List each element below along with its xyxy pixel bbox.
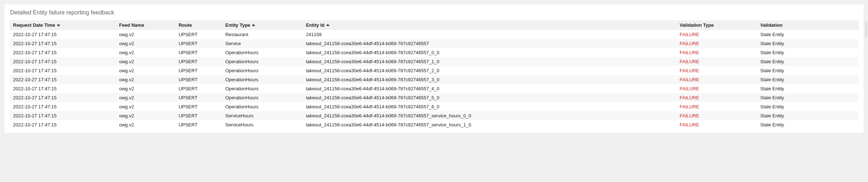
cell-route: UPSERT — [175, 30, 222, 39]
col-label: Route — [179, 22, 192, 28]
col-label: Request Date Time — [13, 22, 55, 28]
cell-feed-name: owg.v2 — [116, 84, 175, 93]
report-card: Detailed Entity failure reporting feedba… — [4, 4, 864, 133]
col-entity-type[interactable]: Entity Type — [222, 20, 302, 30]
table-row: 2022-10-27 17:47:15owg.v2UPSERTOperation… — [9, 84, 859, 93]
cell-entity-id: takeout_241158-ccea30e6-44df-4514-b069-7… — [302, 120, 676, 129]
cell-entity-type: OperationHours — [222, 84, 302, 93]
col-entity-id[interactable]: Entity Id — [302, 20, 676, 30]
cell-feed-name: owg.v2 — [116, 120, 175, 129]
col-validation[interactable]: Validation — [757, 20, 859, 30]
cell-route: UPSERT — [175, 48, 222, 57]
col-label: Validation Type — [680, 22, 713, 28]
cell-validation: Stale Entity — [757, 93, 859, 102]
table-row: 2022-10-27 17:47:15owg.v2UPSERTOperation… — [9, 75, 859, 84]
cell-validation-type: FAILURE — [676, 39, 756, 48]
cell-validation-type: FAILURE — [676, 93, 756, 102]
cell-validation-type: FAILURE — [676, 111, 756, 120]
cell-request-date-time: 2022-10-27 17:47:15 — [9, 30, 116, 39]
cell-entity-type: OperationHours — [222, 75, 302, 84]
cell-entity-type: OperationHours — [222, 48, 302, 57]
failure-table: Request Date Time Feed Name Route Entity… — [9, 20, 859, 129]
cell-route: UPSERT — [175, 66, 222, 75]
cell-entity-type: Service — [222, 39, 302, 48]
cell-feed-name: owg.v2 — [116, 111, 175, 120]
cell-validation: Stale Entity — [757, 75, 859, 84]
cell-entity-id: takeout_241158-ccea30e6-44df-4514-b069-7… — [302, 75, 676, 84]
cell-validation: Stale Entity — [757, 84, 859, 93]
cell-request-date-time: 2022-10-27 17:47:15 — [9, 39, 116, 48]
cell-entity-id: takeout_241158-ccea30e6-44df-4514-b069-7… — [302, 111, 676, 120]
cell-feed-name: owg.v2 — [116, 48, 175, 57]
cell-validation-type: FAILURE — [676, 120, 756, 129]
cell-validation-type: FAILURE — [676, 75, 756, 84]
cell-request-date-time: 2022-10-27 17:47:15 — [9, 75, 116, 84]
scrollbar-thumb[interactable] — [865, 22, 867, 38]
col-label: Feed Name — [119, 22, 144, 28]
table-row: 2022-10-27 17:47:15owg.v2UPSERTServiceHo… — [9, 120, 859, 129]
cell-route: UPSERT — [175, 111, 222, 120]
cell-entity-id: takeout_241158-ccea30e6-44df-4514-b069-7… — [302, 84, 676, 93]
col-request-date-time[interactable]: Request Date Time — [9, 20, 116, 30]
cell-validation: Stale Entity — [757, 120, 859, 129]
table-body: 2022-10-27 17:47:15owg.v2UPSERTRestauran… — [9, 30, 859, 129]
cell-validation: Stale Entity — [757, 111, 859, 120]
col-feed-name[interactable]: Feed Name — [116, 20, 175, 30]
cell-request-date-time: 2022-10-27 17:47:15 — [9, 111, 116, 120]
cell-validation: Stale Entity — [757, 48, 859, 57]
cell-validation-type: FAILURE — [676, 66, 756, 75]
cell-route: UPSERT — [175, 93, 222, 102]
cell-feed-name: owg.v2 — [116, 30, 175, 39]
cell-feed-name: owg.v2 — [116, 66, 175, 75]
cell-feed-name: owg.v2 — [116, 75, 175, 84]
cell-route: UPSERT — [175, 39, 222, 48]
col-label: Entity Id — [306, 22, 324, 28]
cell-validation: Stale Entity — [757, 39, 859, 48]
cell-entity-type: OperationHours — [222, 102, 302, 111]
table-row: 2022-10-27 17:47:15owg.v2UPSERTOperation… — [9, 57, 859, 66]
cell-request-date-time: 2022-10-27 17:47:15 — [9, 48, 116, 57]
cell-route: UPSERT — [175, 84, 222, 93]
cell-validation: Stale Entity — [757, 66, 859, 75]
cell-request-date-time: 2022-10-27 17:47:15 — [9, 102, 116, 111]
cell-entity-type: OperationHours — [222, 93, 302, 102]
cell-request-date-time: 2022-10-27 17:47:15 — [9, 120, 116, 129]
col-route[interactable]: Route — [175, 20, 222, 30]
cell-entity-type: OperationHours — [222, 57, 302, 66]
cell-feed-name: owg.v2 — [116, 57, 175, 66]
cell-entity-id: takeout_241158-ccea30e6-44df-4514-b069-7… — [302, 102, 676, 111]
cell-request-date-time: 2022-10-27 17:47:15 — [9, 57, 116, 66]
cell-entity-id: takeout_241158-ccea30e6-44df-4514-b069-7… — [302, 39, 676, 48]
table-row: 2022-10-27 17:47:15owg.v2UPSERTRestauran… — [9, 30, 859, 39]
cell-validation-type: FAILURE — [676, 102, 756, 111]
col-validation-type[interactable]: Validation Type — [676, 20, 756, 30]
table-row: 2022-10-27 17:47:15owg.v2UPSERTServiceta… — [9, 39, 859, 48]
cell-validation-type: FAILURE — [676, 84, 756, 93]
cell-validation: Stale Entity — [757, 102, 859, 111]
col-label: Validation — [760, 22, 782, 28]
table-row: 2022-10-27 17:47:15owg.v2UPSERTOperation… — [9, 93, 859, 102]
cell-route: UPSERT — [175, 102, 222, 111]
cell-request-date-time: 2022-10-27 17:47:15 — [9, 93, 116, 102]
table-row: 2022-10-27 17:47:15owg.v2UPSERTOperation… — [9, 102, 859, 111]
table-row: 2022-10-27 17:47:15owg.v2UPSERTOperation… — [9, 66, 859, 75]
table-row: 2022-10-27 17:47:15owg.v2UPSERTOperation… — [9, 48, 859, 57]
cell-validation-type: FAILURE — [676, 30, 756, 39]
cell-entity-id: takeout_241158-ccea30e6-44df-4514-b069-7… — [302, 48, 676, 57]
sort-asc-icon — [252, 23, 255, 27]
cell-entity-type: ServiceHours — [222, 111, 302, 120]
cell-route: UPSERT — [175, 75, 222, 84]
cell-validation-type: FAILURE — [676, 48, 756, 57]
cell-entity-id: takeout_241158-ccea30e6-44df-4514-b069-7… — [302, 93, 676, 102]
sort-asc-icon — [326, 23, 330, 27]
cell-validation: Stale Entity — [757, 57, 859, 66]
col-label: Entity Type — [225, 22, 250, 28]
cell-validation: Stale Entity — [757, 30, 859, 39]
sort-desc-icon — [57, 23, 60, 27]
cell-entity-id: takeout_241158-ccea30e6-44df-4514-b069-7… — [302, 66, 676, 75]
cell-route: UPSERT — [175, 120, 222, 129]
table-header-row: Request Date Time Feed Name Route Entity… — [9, 20, 859, 30]
cell-entity-id: 241158 — [302, 30, 676, 39]
table-row: 2022-10-27 17:47:15owg.v2UPSERTServiceHo… — [9, 111, 859, 120]
cell-route: UPSERT — [175, 57, 222, 66]
